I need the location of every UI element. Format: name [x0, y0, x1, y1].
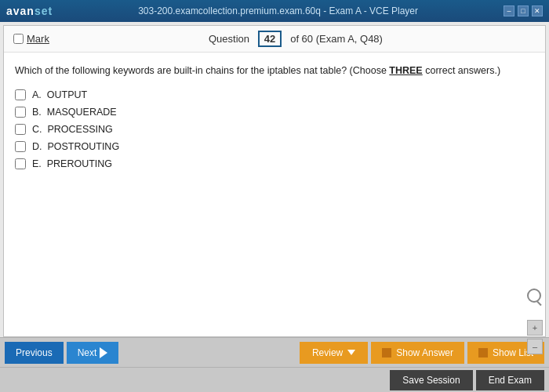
question-text-plain: Which of the following keywords are buil…: [15, 65, 389, 76]
logo-set: set: [35, 5, 53, 17]
mark-checkbox-input[interactable]: [13, 34, 24, 44]
review-arrow-icon: [347, 350, 355, 355]
save-session-button[interactable]: Save Session: [390, 370, 472, 390]
search-icon[interactable]: [527, 289, 541, 303]
checkbox-a[interactable]: [15, 89, 26, 100]
show-answer-button[interactable]: Show Answer: [371, 342, 464, 364]
checkbox-d[interactable]: [15, 141, 26, 152]
next-arrow-icon: [100, 347, 107, 358]
question-text-bold: THREE: [389, 65, 422, 76]
search-icon-wrapper: [527, 289, 541, 303]
label-a[interactable]: A. OUTPUT: [32, 89, 87, 100]
label-e[interactable]: E. PREROUTING: [32, 158, 112, 169]
question-area: Mark Question 42 of 60 (Exam A, Q48) Whi…: [3, 25, 546, 337]
zoom-out-button[interactable]: –: [527, 339, 543, 354]
previous-button[interactable]: Previous: [5, 342, 64, 364]
checkbox-e[interactable]: [15, 158, 26, 169]
answer-option-a[interactable]: A. OUTPUT: [15, 89, 534, 100]
window-controls: – □ ✕: [504, 5, 543, 16]
question-label: Question: [209, 33, 249, 45]
title-bar: avanset 303-200.examcollection.premium.e…: [0, 0, 549, 22]
question-text-end: correct answers.): [423, 65, 500, 76]
close-button[interactable]: ✕: [532, 5, 543, 16]
answer-option-b[interactable]: B. MASQUERADE: [15, 107, 534, 118]
minimize-button[interactable]: –: [504, 5, 514, 16]
main-container: Mark Question 42 of 60 (Exam A, Q48) Whi…: [0, 22, 549, 392]
label-b[interactable]: B. MASQUERADE: [32, 107, 117, 118]
end-exam-button[interactable]: End Exam: [476, 370, 544, 390]
checkbox-b[interactable]: [15, 107, 26, 118]
zoom-controls: + –: [527, 320, 543, 354]
zoom-in-button[interactable]: +: [527, 320, 543, 336]
mark-checkbox[interactable]: Mark: [13, 33, 49, 45]
bottom-bar2: Save Session End Exam: [0, 367, 549, 392]
checkbox-c[interactable]: [15, 124, 26, 135]
question-header: Mark Question 42 of 60 (Exam A, Q48): [4, 26, 545, 53]
answer-option-d[interactable]: D. POSTROUTING: [15, 141, 534, 152]
maximize-button[interactable]: □: [518, 5, 529, 16]
show-list-icon: [478, 348, 488, 358]
next-label: Next: [78, 347, 97, 358]
show-answer-icon: [382, 348, 391, 358]
answer-option-e[interactable]: E. PREROUTING: [15, 158, 534, 169]
question-of-total: of 60 (Exam A, Q48): [290, 33, 383, 45]
mark-label[interactable]: Mark: [27, 33, 49, 45]
next-button[interactable]: Next: [67, 342, 119, 364]
logo-avan: avan: [6, 5, 35, 17]
question-text: Which of the following keywords are buil…: [15, 64, 534, 78]
review-label: Review: [312, 347, 343, 358]
question-info: Question 42 of 60 (Exam A, Q48): [56, 31, 536, 47]
window-title: 303-200.examcollection.premium.exam.60q …: [138, 5, 418, 16]
question-content: Which of the following keywords are buil…: [4, 53, 545, 336]
question-number-box: 42: [258, 31, 282, 47]
label-d[interactable]: D. POSTROUTING: [32, 141, 119, 152]
answer-option-c[interactable]: C. PROCESSING: [15, 124, 534, 135]
app-logo: avanset: [6, 5, 53, 17]
label-c[interactable]: C. PROCESSING: [32, 124, 113, 135]
bottom-toolbar: Previous Next Review Show Answer Show Li…: [0, 337, 549, 367]
review-button[interactable]: Review: [300, 342, 368, 364]
show-answer-label: Show Answer: [396, 347, 453, 358]
